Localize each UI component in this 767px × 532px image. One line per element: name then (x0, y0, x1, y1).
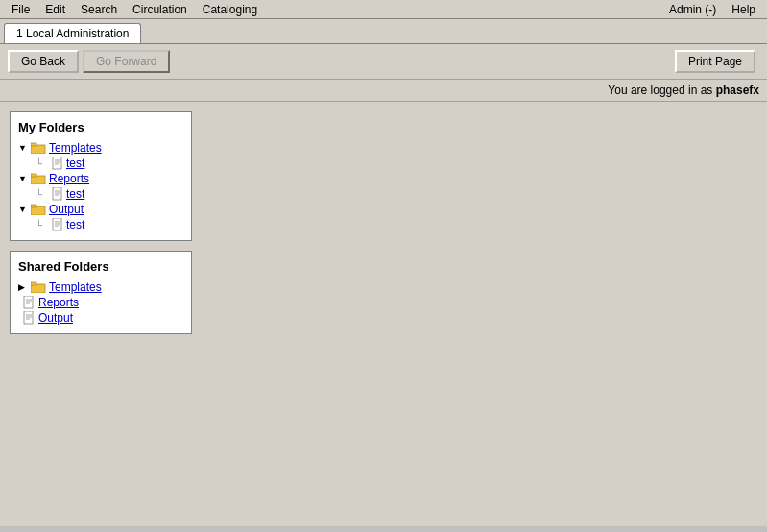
menu-file[interactable]: File (4, 1, 37, 18)
go-back-button[interactable]: Go Back (8, 50, 79, 73)
tab-local-administration[interactable]: 1 Local Administration (4, 23, 141, 43)
connector-icon: └ (36, 189, 49, 200)
go-forward-button[interactable]: Go Forward (83, 50, 170, 73)
status-prefix: You are logged in as (608, 84, 715, 97)
menu-search[interactable]: Search (73, 1, 125, 18)
svg-rect-20 (24, 296, 33, 308)
shared-output-link[interactable]: Output (38, 311, 73, 325)
svg-rect-6 (31, 176, 45, 184)
status-bar: You are logged in as phasefx (0, 80, 767, 102)
username: phasefx (716, 84, 759, 97)
my-reports-test-row[interactable]: └ test (18, 186, 183, 202)
menubar: File Edit Search Circulation Cataloging … (0, 0, 767, 19)
reports-folder-icon (31, 173, 46, 184)
my-reports-node: Reports └ test (18, 171, 183, 202)
my-output-node: Output └ test (18, 202, 183, 232)
reports-toggle-icon[interactable] (18, 174, 28, 183)
svg-rect-24 (24, 311, 33, 324)
shared-folders-title: Shared Folders (18, 259, 183, 274)
output-test-doc-icon (52, 218, 63, 231)
menu-circulation[interactable]: Circulation (125, 1, 195, 18)
my-output-row[interactable]: Output (18, 202, 183, 217)
main-content: My Folders Templates └ (0, 102, 767, 526)
my-templates-node: Templates └ test (18, 140, 183, 171)
my-folders-title: My Folders (18, 120, 183, 134)
shared-templates-node: Templates (18, 279, 183, 295)
print-page-button[interactable]: Print Page (675, 50, 755, 73)
my-templates-test-link[interactable]: test (66, 157, 84, 170)
shared-reports-node: Reports (18, 295, 183, 310)
shared-reports-doc-icon (23, 296, 35, 309)
shared-output-doc-icon (23, 311, 35, 325)
shared-templates-row[interactable]: Templates (18, 279, 183, 295)
svg-rect-1 (31, 143, 36, 146)
svg-rect-13 (31, 205, 36, 207)
output-folder-icon (31, 204, 46, 215)
shared-folders-panel: Shared Folders Templates (10, 251, 192, 334)
toolbar: Go Back Go Forward Print Page (0, 44, 767, 80)
my-output-test-row[interactable]: └ test (18, 217, 183, 232)
svg-rect-0 (31, 145, 45, 154)
menu-admin[interactable]: Admin (-) (661, 1, 724, 18)
svg-rect-8 (53, 187, 61, 200)
my-reports-row[interactable]: Reports (18, 171, 183, 186)
connector-icon: └ (36, 158, 49, 169)
connector-icon: └ (36, 220, 49, 230)
svg-rect-7 (31, 174, 36, 177)
reports-test-doc-icon (52, 187, 63, 201)
shared-templates-folder-icon (31, 281, 46, 293)
my-reports-link[interactable]: Reports (49, 172, 89, 185)
menu-cataloging[interactable]: Cataloging (195, 1, 265, 18)
templates-test-doc-icon (52, 157, 63, 170)
tabbar: 1 Local Administration (0, 19, 767, 44)
svg-rect-18 (31, 284, 45, 293)
templates-toggle-icon[interactable] (18, 143, 28, 153)
svg-rect-12 (31, 206, 45, 215)
svg-rect-14 (53, 218, 61, 230)
shared-templates-toggle-icon[interactable] (18, 282, 28, 292)
my-reports-test-link[interactable]: test (66, 187, 84, 201)
shared-output-node: Output (18, 310, 183, 326)
svg-rect-2 (53, 157, 61, 169)
shared-output-row[interactable]: Output (18, 310, 183, 326)
my-templates-row[interactable]: Templates (18, 140, 183, 156)
shared-reports-row[interactable]: Reports (18, 295, 183, 310)
shared-templates-link[interactable]: Templates (49, 280, 102, 294)
my-output-link[interactable]: Output (49, 203, 84, 216)
templates-folder-icon (31, 142, 46, 154)
my-templates-test-row[interactable]: └ test (18, 156, 183, 171)
shared-reports-link[interactable]: Reports (38, 296, 79, 309)
my-templates-link[interactable]: Templates (49, 141, 102, 155)
my-folders-panel: My Folders Templates └ (10, 111, 192, 241)
my-output-test-link[interactable]: test (66, 218, 84, 231)
menu-help[interactable]: Help (724, 1, 763, 18)
menu-edit[interactable]: Edit (37, 1, 73, 18)
svg-rect-19 (31, 282, 36, 285)
output-toggle-icon[interactable] (18, 205, 28, 214)
